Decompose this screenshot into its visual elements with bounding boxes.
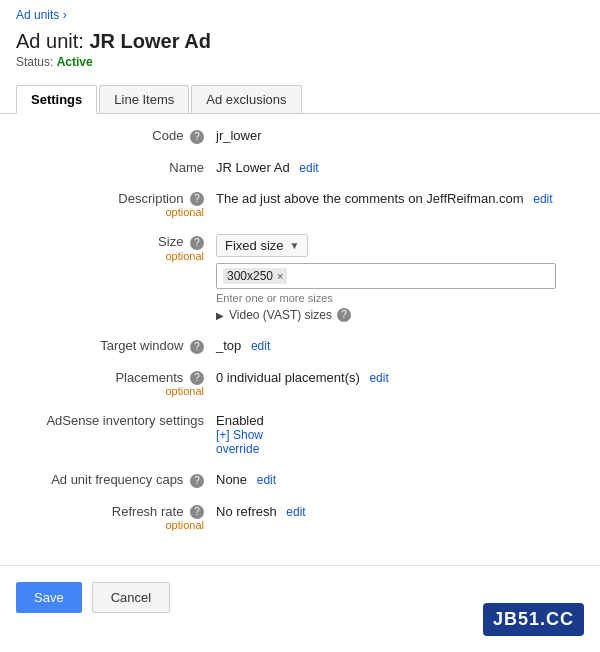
size-tag-value: 300x250 <box>227 269 273 283</box>
target-window-help-icon[interactable]: ? <box>190 340 204 354</box>
refresh-rate-edit-link[interactable]: edit <box>286 505 305 519</box>
breadcrumb-link[interactable]: Ad units <box>16 8 59 22</box>
adsense-override-link[interactable]: override <box>216 442 584 456</box>
description-help-icon[interactable]: ? <box>190 192 204 206</box>
code-label: Code ? <box>16 126 216 144</box>
video-sizes-help-icon[interactable]: ? <box>337 308 351 322</box>
description-value: The ad just above the comments on JeffRe… <box>216 189 584 206</box>
description-row: Description ? optional The ad just above… <box>16 189 584 219</box>
adsense-label: AdSense inventory settings <box>16 411 216 428</box>
status-label: Status: <box>16 55 53 69</box>
name-value: JR Lower Ad edit <box>216 158 584 175</box>
target-window-label: Target window ? <box>16 336 216 354</box>
adsense-status: Enabled <box>216 413 584 428</box>
tab-bar: Settings Line Items Ad exclusions <box>0 77 600 114</box>
video-sizes-label: Video (VAST) sizes <box>229 308 332 322</box>
target-window-value: _top edit <box>216 336 584 353</box>
name-edit-link[interactable]: edit <box>299 161 318 175</box>
target-window-edit-link[interactable]: edit <box>251 339 270 353</box>
breadcrumb-separator: › <box>63 8 67 22</box>
description-label: Description ? optional <box>16 189 216 219</box>
tab-line-items[interactable]: Line Items <box>99 85 189 113</box>
size-help-icon[interactable]: ? <box>190 236 204 250</box>
page-header: Ad unit: JR Lower Ad Status: Active <box>0 26 600 71</box>
frequency-caps-edit-link[interactable]: edit <box>257 473 276 487</box>
size-controls: Fixed size ▼ 300x250 × Enter one or more… <box>216 232 584 322</box>
breadcrumb: Ad units › <box>0 0 600 26</box>
description-edit-link[interactable]: edit <box>533 192 552 206</box>
adsense-row: AdSense inventory settings Enabled [+] S… <box>16 411 584 456</box>
refresh-rate-label: Refresh rate ? optional <box>16 502 216 532</box>
size-dropdown[interactable]: Fixed size ▼ <box>216 234 308 257</box>
size-optional: optional <box>16 250 204 262</box>
refresh-rate-row: Refresh rate ? optional No refresh edit <box>16 502 584 532</box>
settings-form: Code ? jr_lower Name JR Lower Ad edit De… <box>0 114 600 557</box>
placements-value: 0 individual placement(s) edit <box>216 368 584 385</box>
size-dropdown-label: Fixed size <box>225 238 284 253</box>
frequency-caps-label: Ad unit frequency caps ? <box>16 470 216 488</box>
size-tag: 300x250 × <box>223 268 287 284</box>
size-tag-remove[interactable]: × <box>277 270 283 282</box>
name-row: Name JR Lower Ad edit <box>16 158 584 175</box>
code-help-icon[interactable]: ? <box>190 130 204 144</box>
placements-edit-link[interactable]: edit <box>369 371 388 385</box>
tab-ad-exclusions[interactable]: Ad exclusions <box>191 85 301 113</box>
size-label: Size ? optional <box>16 232 216 262</box>
size-row: Size ? optional Fixed size ▼ 300x250 × E… <box>16 232 584 322</box>
target-window-row: Target window ? _top edit <box>16 336 584 354</box>
cancel-button[interactable]: Cancel <box>92 582 170 613</box>
frequency-caps-row: Ad unit frequency caps ? None edit <box>16 470 584 488</box>
video-sizes-triangle: ▶ <box>216 310 224 321</box>
video-sizes-row[interactable]: ▶ Video (VAST) sizes ? <box>216 308 584 322</box>
size-dropdown-arrow: ▼ <box>290 240 300 251</box>
placements-row: Placements ? optional 0 individual place… <box>16 368 584 398</box>
frequency-caps-value: None edit <box>216 470 584 487</box>
refresh-rate-optional: optional <box>16 519 204 531</box>
page-title: Ad unit: JR Lower Ad <box>16 30 584 53</box>
adsense-value: Enabled [+] Show override <box>216 411 584 456</box>
status-badge: Active <box>57 55 93 69</box>
size-input-area[interactable]: 300x250 × <box>216 263 556 289</box>
page-title-prefix: Ad unit: <box>16 30 84 52</box>
code-row: Code ? jr_lower <box>16 126 584 144</box>
placements-label: Placements ? optional <box>16 368 216 398</box>
name-label: Name <box>16 158 216 175</box>
frequency-caps-help-icon[interactable]: ? <box>190 474 204 488</box>
description-optional: optional <box>16 206 204 218</box>
status-line: Status: Active <box>16 55 584 69</box>
save-button[interactable]: Save <box>16 582 82 613</box>
placements-help-icon[interactable]: ? <box>190 371 204 385</box>
tab-settings[interactable]: Settings <box>16 85 97 114</box>
size-hint: Enter one or more sizes <box>216 292 584 304</box>
watermark: JB51.CC <box>483 603 584 636</box>
refresh-rate-value: No refresh edit <box>216 502 584 519</box>
page-title-value: JR Lower Ad <box>89 30 211 52</box>
code-value: jr_lower <box>216 126 584 143</box>
refresh-rate-help-icon[interactable]: ? <box>190 505 204 519</box>
placements-optional: optional <box>16 385 204 397</box>
adsense-show-link[interactable]: [+] Show <box>216 428 584 442</box>
